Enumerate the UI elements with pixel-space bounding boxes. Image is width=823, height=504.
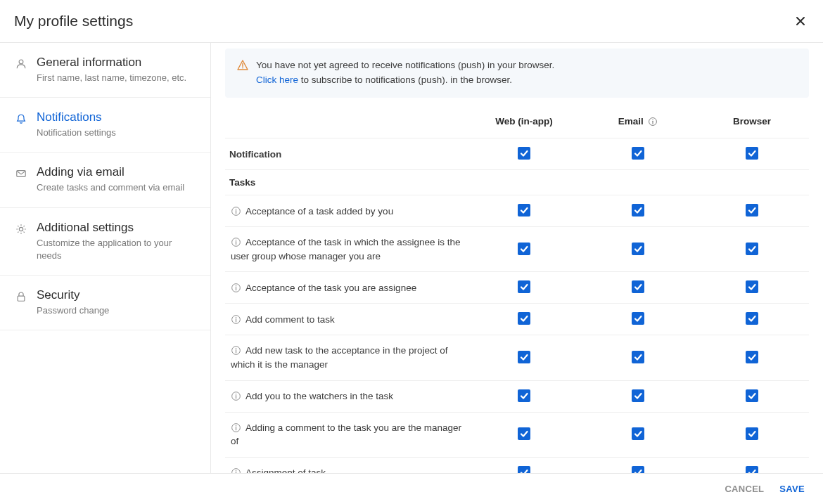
checkbox-browser[interactable]: [746, 466, 758, 473]
checkbox-browser[interactable]: [746, 312, 758, 325]
checkbox-browser[interactable]: [746, 204, 758, 217]
notification-label: Adding a comment to the task you are the…: [225, 412, 467, 457]
sidebar-item-email[interactable]: Adding via email Create tasks and commen…: [0, 153, 210, 207]
checkbox-email[interactable]: [632, 351, 644, 363]
checkbox-master-email[interactable]: [632, 147, 644, 160]
modal-footer: CANCEL SAVE: [0, 473, 823, 504]
close-button[interactable]: [792, 13, 809, 30]
checkbox-browser[interactable]: [746, 280, 758, 293]
checkbox-email[interactable]: [632, 389, 644, 402]
notification-text: Add comment to task: [245, 314, 335, 325]
settings-sidebar: General information First name, last nam…: [0, 43, 211, 473]
notification-row: Add comment to task: [225, 304, 809, 335]
info-icon[interactable]: [231, 237, 241, 247]
group-label-tasks: Tasks: [225, 170, 809, 195]
notification-row: Assignment of task: [225, 457, 809, 473]
checkbox-browser[interactable]: [746, 243, 758, 255]
sidebar-item-subtitle: First name, last name, timezone, etc.: [37, 72, 186, 84]
notification-row: Acceptance of the task you are assignee: [225, 272, 809, 304]
sidebar-item-title: Additional settings: [37, 221, 196, 235]
checkbox-web[interactable]: [518, 466, 530, 473]
notification-text: Assignment of task: [245, 467, 326, 473]
notification-row: Acceptance of the task in which the assi…: [225, 227, 809, 272]
sidebar-item-title: Security: [37, 288, 109, 302]
checkbox-email[interactable]: [632, 427, 644, 440]
column-header-email: Email: [581, 112, 695, 138]
info-icon[interactable]: [231, 206, 241, 217]
modal-body: General information First name, last nam…: [0, 43, 823, 473]
notification-text: Add you to the watchers in the task: [245, 391, 393, 401]
checkbox-web[interactable]: [518, 351, 530, 363]
notification-table-wrap: Web (in-app) Email Browser Notification: [225, 112, 809, 473]
checkbox-browser[interactable]: [746, 389, 758, 402]
checkbox-email[interactable]: [632, 243, 644, 255]
sidebar-item-subtitle: Customize the application to your needs: [37, 237, 196, 262]
sidebar-item-subtitle: Password change: [37, 304, 109, 317]
checkbox-web[interactable]: [518, 427, 530, 440]
user-icon: [14, 56, 28, 84]
info-icon[interactable]: [231, 422, 241, 433]
lock-icon: [14, 288, 28, 317]
checkbox-browser[interactable]: [746, 427, 758, 440]
gear-icon: [14, 221, 28, 262]
info-icon[interactable]: [231, 314, 241, 325]
profile-settings-modal: My profile settings General information …: [0, 0, 823, 504]
modal-title: My profile settings: [14, 13, 133, 30]
sidebar-item-general[interactable]: General information First name, last nam…: [0, 43, 210, 98]
notification-label: Add new task to the acceptance in the pr…: [225, 335, 467, 380]
column-header-web: Web (in-app): [467, 112, 581, 138]
notification-row: Adding a comment to the task you are the…: [225, 412, 809, 457]
modal-header: My profile settings: [0, 0, 823, 43]
notification-text: Add new task to the acceptance in the pr…: [231, 345, 447, 370]
notification-text: Acceptance of the task you are assignee: [245, 283, 416, 293]
save-button[interactable]: SAVE: [779, 484, 805, 494]
sidebar-item-additional[interactable]: Additional settings Customize the applic…: [0, 208, 210, 276]
checkbox-web[interactable]: [518, 204, 530, 217]
notification-label: Assignment of task: [225, 457, 467, 473]
info-icon[interactable]: [231, 345, 241, 356]
notification-text: Acceptance of a task added by you: [245, 206, 393, 217]
checkbox-master-browser[interactable]: [746, 147, 758, 160]
sidebar-item-subtitle: Notification settings: [37, 127, 116, 139]
sidebar-item-notifications[interactable]: Notifications Notification settings: [0, 98, 210, 153]
close-icon: [794, 15, 807, 27]
alert-subscribe-link[interactable]: Click here: [256, 75, 298, 85]
alert-text-2: to subscribe to notifications (push). in…: [298, 75, 512, 85]
master-label: Notification: [225, 138, 467, 170]
push-alert: You have not yet agreed to receive notif…: [225, 49, 809, 98]
notification-label: Acceptance of a task added by you: [225, 195, 467, 227]
notification-label: Add you to the watchers in the task: [225, 380, 467, 412]
column-header-browser: Browser: [695, 112, 809, 138]
warning-icon: [236, 59, 249, 72]
content-panel: You have not yet agreed to receive notif…: [211, 43, 823, 473]
checkbox-email[interactable]: [632, 312, 644, 325]
notification-row: Add you to the watchers in the task: [225, 380, 809, 412]
checkbox-web[interactable]: [518, 389, 530, 402]
envelope-icon: [14, 165, 28, 194]
info-icon[interactable]: [648, 117, 658, 127]
sidebar-item-title: General information: [37, 56, 186, 70]
sidebar-item-security[interactable]: Security Password change: [0, 276, 210, 330]
checkbox-email[interactable]: [632, 204, 644, 217]
bell-icon: [14, 110, 28, 139]
sidebar-item-title: Adding via email: [37, 165, 184, 179]
info-icon[interactable]: [231, 391, 241, 401]
info-icon[interactable]: [231, 283, 241, 293]
notification-table: Web (in-app) Email Browser Notification: [225, 112, 809, 473]
checkbox-email[interactable]: [632, 466, 644, 473]
checkbox-web[interactable]: [518, 280, 530, 293]
checkbox-web[interactable]: [518, 312, 530, 325]
checkbox-email[interactable]: [632, 280, 644, 293]
checkbox-browser[interactable]: [746, 351, 758, 363]
notification-row: Acceptance of a task added by you: [225, 195, 809, 227]
notification-label: Add comment to task: [225, 304, 467, 335]
checkbox-web[interactable]: [518, 243, 530, 255]
cancel-button[interactable]: CANCEL: [725, 484, 764, 494]
notification-row: Add new task to the acceptance in the pr…: [225, 335, 809, 380]
info-icon[interactable]: [231, 467, 241, 473]
notification-label: Acceptance of the task you are assignee: [225, 272, 467, 304]
sidebar-item-title: Notifications: [37, 110, 116, 124]
sidebar-item-subtitle: Create tasks and comment via email: [37, 181, 184, 194]
checkbox-master-web[interactable]: [518, 147, 530, 160]
notification-text: Adding a comment to the task you are the…: [231, 422, 461, 447]
